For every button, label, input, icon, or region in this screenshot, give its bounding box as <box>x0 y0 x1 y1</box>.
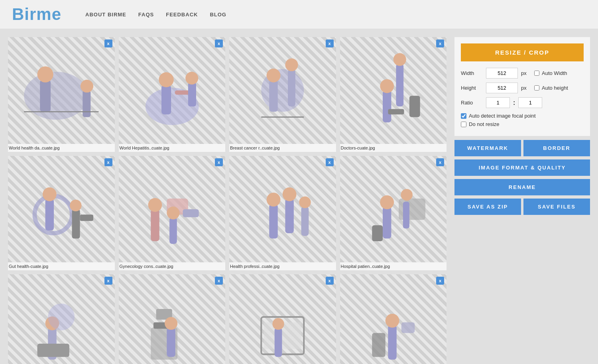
svg-rect-7 <box>161 85 171 114</box>
save-row: SAVE AS ZIP SAVE FILES <box>454 199 590 215</box>
list-item: x World health da..cuate.jpg <box>8 37 115 152</box>
svg-rect-13 <box>269 80 277 112</box>
svg-point-11 <box>185 72 198 85</box>
remove-button[interactable]: x <box>326 39 334 47</box>
svg-point-29 <box>70 199 81 211</box>
svg-point-0 <box>24 72 88 120</box>
image-grid: x World health da..cuate.jpg x <box>8 37 447 364</box>
svg-point-43 <box>380 195 394 209</box>
image-thumbnail: x <box>119 274 226 364</box>
watermark-button[interactable]: WATERMARK <box>454 140 521 156</box>
svg-rect-59 <box>275 328 282 357</box>
auto-height-checkbox[interactable] <box>534 85 539 91</box>
height-row: Height px Auto height <box>461 83 584 93</box>
remove-button[interactable]: x <box>215 158 223 166</box>
svg-rect-38 <box>285 199 293 233</box>
image-label: World health da..cuate.jpg <box>8 144 115 152</box>
svg-point-45 <box>401 189 412 200</box>
auto-width-label[interactable]: Auto Width <box>534 70 567 76</box>
image-thumbnail: x <box>8 156 115 263</box>
remove-button[interactable]: x <box>436 277 444 285</box>
svg-rect-36 <box>269 204 277 238</box>
width-input[interactable] <box>486 68 518 79</box>
resize-crop-panel: RESIZE / CROP Width px Auto Width Height… <box>454 37 590 136</box>
image-label: Breast cancer r..cuate.jpg <box>229 144 336 152</box>
image-thumbnail: x <box>8 37 115 144</box>
svg-point-4 <box>81 80 93 92</box>
image-label: Doctors-cuate.jpg <box>340 144 447 152</box>
remove-button[interactable]: x <box>326 277 334 285</box>
svg-rect-47 <box>372 225 383 241</box>
svg-point-60 <box>272 318 284 330</box>
list-item: x Health professi..cuate.jpg <box>229 156 336 271</box>
svg-rect-40 <box>301 207 309 236</box>
image-thumbnail: x <box>119 156 226 263</box>
height-input[interactable] <box>486 83 518 93</box>
image-thumbnail: x <box>340 156 447 263</box>
remove-button[interactable]: x <box>215 39 223 47</box>
image-thumbnail: x <box>340 274 447 364</box>
ratio-right-input[interactable] <box>518 97 542 108</box>
svg-rect-10 <box>188 83 196 106</box>
svg-point-62 <box>385 314 399 328</box>
svg-rect-35 <box>183 209 199 217</box>
image-label: World Hepatitis..cuate.jpg <box>119 144 226 152</box>
svg-rect-64 <box>401 322 414 333</box>
svg-point-19 <box>380 79 394 93</box>
image-label: Health professi..cuate.jpg <box>229 262 336 270</box>
remove-button[interactable]: x <box>326 158 334 166</box>
no-resize-checkbox[interactable] <box>461 122 466 127</box>
ratio-separator: : <box>513 99 515 106</box>
resize-crop-button[interactable]: RESIZE / CROP <box>461 43 584 61</box>
list-item: x Gynecology cons..cuate.jpg <box>119 156 226 271</box>
svg-point-2 <box>37 67 53 83</box>
remove-button[interactable]: x <box>104 39 112 47</box>
list-item: x <box>340 274 447 364</box>
remove-button[interactable]: x <box>215 277 223 285</box>
list-item: x Doctors-cuate.jpg <box>340 37 447 152</box>
height-px-label: px <box>521 85 531 91</box>
watermark-border-row: WATERMARK BORDER <box>454 140 590 156</box>
format-quality-button[interactable]: IMAGE FORMAT & QUALITY <box>454 159 590 176</box>
remove-button[interactable]: x <box>104 277 112 285</box>
auto-height-label[interactable]: Auto height <box>534 85 568 91</box>
svg-rect-42 <box>383 207 391 238</box>
remove-button[interactable]: x <box>436 39 444 47</box>
svg-point-39 <box>283 187 297 201</box>
svg-point-41 <box>299 196 311 208</box>
remove-button[interactable]: x <box>104 158 112 166</box>
nav-blog[interactable]: BLOG <box>210 12 226 18</box>
rename-button[interactable]: RENAME <box>454 179 590 195</box>
svg-rect-25 <box>45 199 54 230</box>
remove-button[interactable]: x <box>436 158 444 166</box>
svg-rect-44 <box>399 199 425 220</box>
save-zip-button[interactable]: SAVE AS ZIP <box>454 199 521 215</box>
border-button[interactable]: BORDER <box>523 140 590 156</box>
ratio-label: Ratio <box>461 100 483 106</box>
list-item: x <box>8 274 115 364</box>
focal-point-checkbox[interactable] <box>461 113 466 119</box>
nav-about[interactable]: ABOUT BIRME <box>85 12 126 18</box>
focal-point-row: Auto detect image focal point <box>461 113 584 119</box>
nav-feedback[interactable]: FEEDBACK <box>166 12 198 18</box>
width-px-label: px <box>521 70 531 76</box>
svg-rect-23 <box>388 109 404 114</box>
save-files-button[interactable]: SAVE FILES <box>523 199 590 215</box>
nav-faqs[interactable]: FAQS <box>138 12 154 18</box>
svg-rect-20 <box>396 64 403 106</box>
svg-rect-18 <box>383 91 391 122</box>
ratio-left-input[interactable] <box>486 97 510 108</box>
svg-point-50 <box>48 304 75 331</box>
ratio-row: Ratio : <box>461 97 584 108</box>
svg-rect-51 <box>37 344 69 357</box>
header: Birme ABOUT BIRME FAQS FEEDBACK BLOG <box>0 0 598 29</box>
svg-rect-15 <box>288 69 295 106</box>
svg-rect-22 <box>409 96 420 117</box>
image-thumbnail: x <box>229 37 336 144</box>
auto-width-checkbox[interactable] <box>534 71 539 76</box>
svg-rect-28 <box>80 214 93 221</box>
svg-point-56 <box>165 317 177 330</box>
logo[interactable]: Birme <box>12 5 61 24</box>
svg-point-16 <box>285 59 298 71</box>
svg-point-21 <box>393 53 406 66</box>
